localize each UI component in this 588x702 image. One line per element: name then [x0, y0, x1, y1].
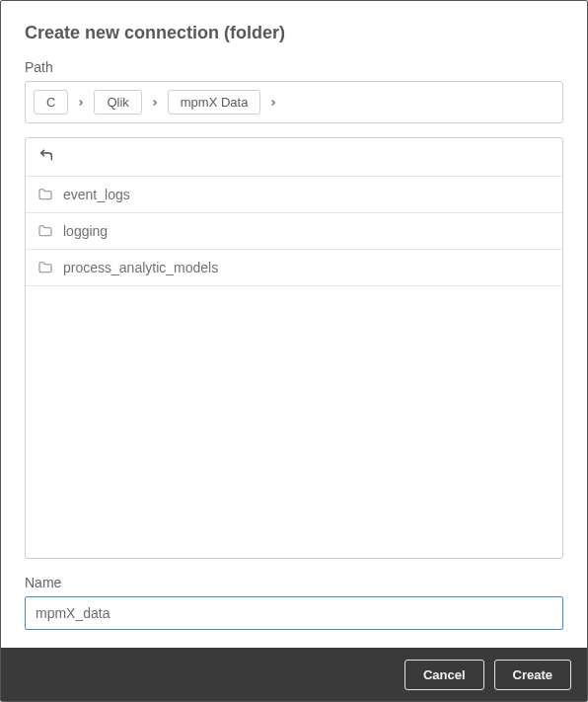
breadcrumb: C Qlik mpmX Data: [25, 81, 563, 123]
dialog-body: Create new connection (folder) Path C Ql…: [1, 1, 587, 648]
folder-icon: [37, 223, 53, 239]
folder-item[interactable]: logging: [26, 213, 562, 250]
chevron-right-icon: [76, 98, 86, 108]
path-label: Path: [25, 59, 563, 75]
folder-icon: [37, 260, 53, 275]
folder-name: process_analytic_models: [63, 260, 218, 275]
connection-name-input[interactable]: [25, 596, 563, 630]
dialog-footer: Cancel Create: [1, 648, 587, 701]
back-button[interactable]: [26, 138, 562, 177]
cancel-button[interactable]: Cancel: [404, 660, 484, 690]
folder-list-panel: event_logs logging process_analytic_mode…: [25, 137, 563, 559]
create-connection-dialog: Create new connection (folder) Path C Ql…: [0, 0, 588, 702]
create-button[interactable]: Create: [494, 660, 571, 690]
folder-name: logging: [63, 223, 108, 239]
breadcrumb-item-qlik[interactable]: Qlik: [94, 90, 141, 115]
name-label: Name: [25, 575, 563, 590]
dialog-title: Create new connection (folder): [25, 23, 563, 43]
chevron-right-icon: [150, 98, 160, 108]
folder-name: event_logs: [63, 187, 130, 202]
chevron-right-icon: [268, 98, 278, 108]
back-arrow-icon: [37, 147, 55, 167]
folder-icon: [37, 187, 53, 202]
folder-item[interactable]: event_logs: [26, 177, 562, 213]
folder-item[interactable]: process_analytic_models: [26, 250, 562, 286]
breadcrumb-item-c[interactable]: C: [34, 90, 68, 115]
breadcrumb-item-mpmx-data[interactable]: mpmX Data: [168, 90, 261, 115]
